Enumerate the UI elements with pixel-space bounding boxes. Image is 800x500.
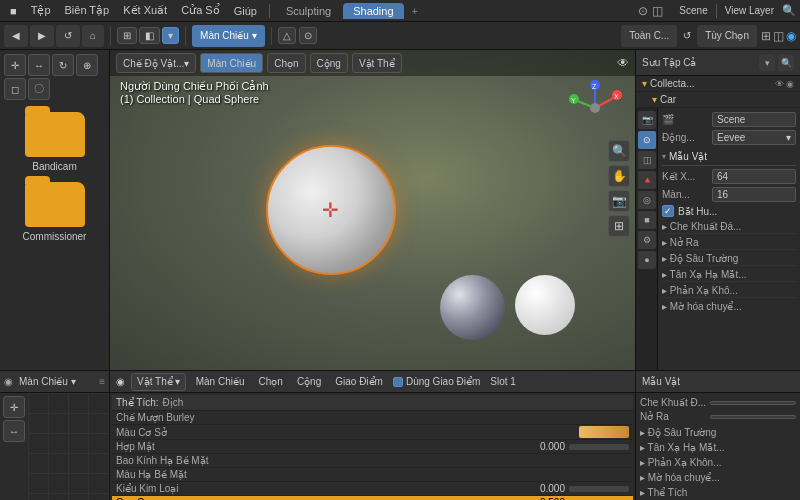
- menu-bien-tap[interactable]: Biên Tập: [59, 2, 116, 19]
- app-icon[interactable]: ■: [4, 3, 23, 19]
- do-sau-row[interactable]: ▸ Độ Sâu Trường: [662, 252, 796, 266]
- top-search-icon[interactable]: 🔍: [782, 4, 796, 17]
- mat-row-0[interactable]: Chế Mượn Burley: [112, 411, 633, 425]
- menu-giup[interactable]: Giúp: [228, 3, 263, 19]
- vp-camera-toggle[interactable]: 👁: [617, 56, 629, 70]
- camera-btn[interactable]: 📷: [608, 190, 630, 212]
- grid-view-btn[interactable]: ⊞: [608, 215, 630, 237]
- mode-select-btn[interactable]: Màn Chiếu ▾: [192, 25, 265, 47]
- bottom-chon-btn[interactable]: Chọn: [255, 376, 287, 387]
- mat-row-1[interactable]: Màu Cơ Sở: [112, 425, 633, 440]
- vp-object-btn[interactable]: Vật Thể: [352, 53, 402, 73]
- mat-row-4[interactable]: Màu Hạ Bề Mặt: [112, 468, 633, 482]
- outliner-eye-icon[interactable]: 👁: [775, 79, 784, 89]
- prop-bar-5[interactable]: [569, 486, 629, 492]
- vp-mode-btn[interactable]: Chế Độ Vật... ▾: [116, 53, 196, 73]
- color-swatch-1[interactable]: [579, 426, 629, 438]
- man-value[interactable]: 16: [712, 187, 796, 202]
- menu-ket-xuat[interactable]: Kết Xuất: [117, 2, 173, 19]
- bottom-man-chieu-btn[interactable]: Màn Chiếu: [192, 376, 249, 387]
- render-icon[interactable]: ⊙: [638, 4, 648, 18]
- snap-icon[interactable]: △: [278, 27, 296, 44]
- mat-row-5[interactable]: Kiểu Kim Loại0.000: [112, 482, 633, 496]
- phan-xa-row[interactable]: ▸ Phản Xạ Khô...: [662, 284, 796, 298]
- mau-vat-section[interactable]: ▾ Mẫu Vật: [662, 148, 796, 166]
- node-move-tool[interactable]: ↔: [3, 420, 25, 442]
- nav-prev-btn[interactable]: ◀: [4, 25, 28, 47]
- prop-world-icon[interactable]: ◎: [638, 191, 656, 209]
- prop-material-icon[interactable]: ●: [638, 251, 656, 269]
- material-view-icon[interactable]: ◉: [786, 29, 796, 43]
- prop-scene-icon[interactable]: 🔺: [638, 171, 656, 189]
- layout-icon[interactable]: ◧: [139, 27, 160, 44]
- proportional-icon[interactable]: ⊙: [299, 27, 317, 44]
- no-ra-row[interactable]: ▸ Nở Ra: [662, 236, 796, 250]
- tan-xa-row[interactable]: ▸ Tân Xạ Hạ Mắt...: [662, 268, 796, 282]
- prop-render-icon[interactable]: 📷: [638, 111, 656, 129]
- mo-hoa-row[interactable]: ▸ Mờ hóa chuyể...: [662, 300, 796, 313]
- outliner-item-collecta[interactable]: ▾ Collecta... 👁 ◉: [636, 76, 800, 92]
- dung-giao-checkbox[interactable]: [393, 377, 403, 387]
- white-sphere[interactable]: [515, 275, 575, 335]
- render-preview-icon[interactable]: ⊞: [761, 29, 771, 43]
- tab-add[interactable]: +: [406, 3, 424, 19]
- node-editor-menu-btn[interactable]: ≡: [99, 376, 105, 387]
- node-editor-mode-btn[interactable]: Màn Chiếu ▾: [16, 376, 79, 387]
- cursor-tool[interactable]: ✛: [4, 54, 26, 76]
- outliner-filter-btn[interactable]: ▾: [759, 55, 775, 71]
- prop-output-icon[interactable]: ⊙: [638, 131, 656, 149]
- mat-row-2[interactable]: Hợp Mật0.000: [112, 440, 633, 454]
- rotate-tool[interactable]: ↻: [52, 54, 74, 76]
- render-settings-icon[interactable]: ◫: [652, 4, 663, 18]
- toan-c-btn[interactable]: Toàn C...: [621, 25, 677, 47]
- ket-x-value[interactable]: 64: [712, 169, 796, 184]
- bottom-giao-diem-btn[interactable]: Giao Điểm: [331, 376, 387, 387]
- main-sphere-container[interactable]: ✛: [266, 145, 396, 275]
- viewport-gizmo[interactable]: Z X Y: [565, 78, 625, 138]
- nav-end-btn[interactable]: ⌂: [82, 25, 104, 47]
- prop-bar-2[interactable]: [569, 444, 629, 450]
- bottom-cong-btn[interactable]: Cộng: [293, 376, 325, 387]
- nav-home-btn[interactable]: ↺: [56, 25, 80, 47]
- nav-next-btn[interactable]: ▶: [30, 25, 54, 47]
- mat-row-3[interactable]: Bao Kính Hạ Bề Mặt: [112, 454, 633, 468]
- vp-add-btn[interactable]: Cộng: [310, 53, 348, 73]
- move-tool[interactable]: ↔: [28, 54, 50, 76]
- node-cursor-tool[interactable]: ✛: [3, 396, 25, 418]
- commissioner-folder[interactable]: [25, 182, 85, 227]
- main-sphere[interactable]: ✛: [266, 145, 396, 275]
- bat-hu-row[interactable]: Bắt Hu...: [662, 205, 796, 217]
- bat-hu-checkbox[interactable]: [662, 205, 674, 217]
- tab-sculpting[interactable]: Sculpting: [276, 3, 341, 19]
- solid-view-icon[interactable]: ◫: [773, 29, 784, 43]
- view-layer-label: View Layer: [719, 5, 780, 16]
- lasso-tool[interactable]: 〇: [28, 78, 50, 100]
- viewport[interactable]: Chế Độ Vật... ▾ Màn Chiếu Chọn Cộng Vật …: [110, 50, 635, 370]
- outliner-restrict-icon[interactable]: ◉: [786, 79, 794, 89]
- che-khuat-row[interactable]: ▸ Che Khuất Đá...: [662, 220, 796, 234]
- vp-shading-btn[interactable]: Màn Chiếu: [200, 53, 263, 73]
- select-tool[interactable]: ◻: [4, 78, 26, 100]
- zoom-in-btn[interactable]: 🔍: [608, 140, 630, 162]
- render-engine-dropdown[interactable]: Eevee ▾: [712, 130, 796, 145]
- menu-tep[interactable]: Tệp: [25, 2, 57, 19]
- filter-icon[interactable]: ▾: [162, 27, 179, 44]
- vp-select-btn[interactable]: Chọn: [267, 53, 305, 73]
- prop-object-icon[interactable]: ■: [638, 211, 656, 229]
- scale-tool[interactable]: ⊕: [76, 54, 98, 76]
- outliner-item-car[interactable]: ▾ Car: [636, 92, 800, 108]
- hand-tool-btn[interactable]: ✋: [608, 165, 630, 187]
- tuy-chon-btn[interactable]: Tùy Chọn: [697, 25, 757, 47]
- node-canvas[interactable]: [28, 393, 109, 500]
- grid-icon[interactable]: ⊞: [117, 27, 137, 44]
- bandicam-folder[interactable]: [25, 112, 85, 157]
- prop-modifier-icon[interactable]: ⚙: [638, 231, 656, 249]
- metal-sphere[interactable]: [440, 275, 505, 340]
- prop-view-icon[interactable]: ◫: [638, 151, 656, 169]
- overlay-icon[interactable]: ↺: [681, 28, 693, 43]
- tab-shading[interactable]: Shading: [343, 3, 403, 19]
- menu-cua-so[interactable]: Cửa Sổ: [175, 2, 225, 19]
- vat-the-dropdown[interactable]: Vật Thể ▾: [131, 373, 186, 391]
- mat-row-6[interactable]: Cao Quang0.500: [112, 496, 633, 500]
- outliner-search-btn[interactable]: 🔍: [778, 55, 794, 71]
